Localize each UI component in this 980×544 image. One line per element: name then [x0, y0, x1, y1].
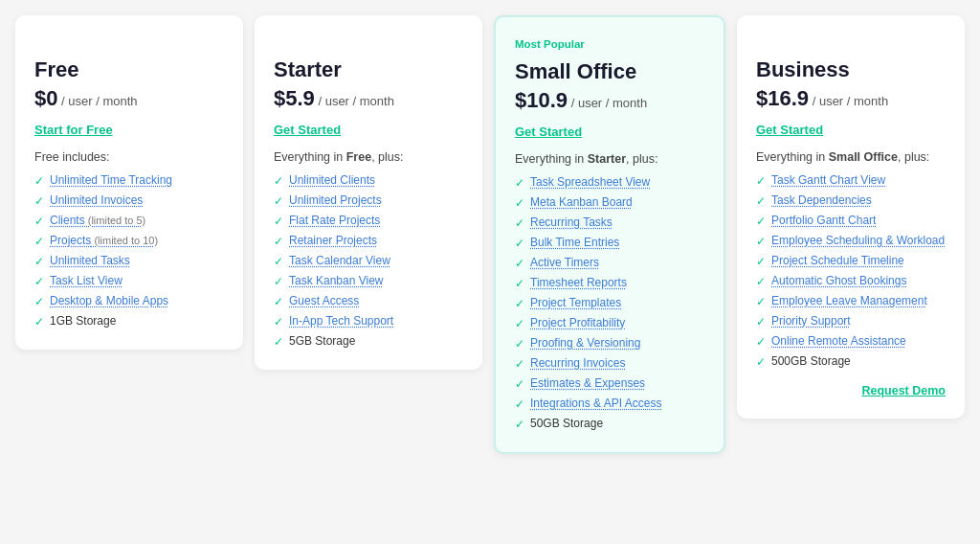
check-icon: ✓: [515, 337, 524, 351]
check-icon: ✓: [756, 295, 766, 308]
feature-text[interactable]: Recurring Tasks: [530, 215, 612, 229]
feature-text[interactable]: Task Dependencies: [771, 193, 872, 207]
check-icon: ✓: [756, 315, 766, 329]
price-amount-business: $16.9: [756, 86, 809, 110]
plan-name-small-office: Small Office: [515, 59, 704, 84]
check-icon: ✓: [756, 215, 766, 228]
feature-text[interactable]: Online Remote Assistance: [771, 334, 906, 348]
feature-text[interactable]: Unlimited Projects: [289, 193, 382, 207]
feature-text[interactable]: Projects (limited to 10): [50, 234, 158, 247]
check-icon: ✓: [34, 275, 44, 288]
includes-label-small-office: Everything in Starter, plus:: [515, 152, 704, 166]
price-unit-small-office: / user / month: [568, 96, 647, 110]
feature-item: ✓Unlimited Tasks: [34, 254, 224, 268]
feature-text[interactable]: Estimates & Expenses: [530, 376, 645, 390]
footer-link-business[interactable]: Request Demo: [756, 384, 946, 397]
badge-small-office: Most Popular: [515, 38, 704, 54]
feature-text: 1GB Storage: [50, 314, 116, 328]
feature-text: 50GB Storage: [530, 417, 603, 430]
feature-item: ✓Timesheet Reports: [515, 276, 704, 290]
feature-text[interactable]: Meta Kanban Board: [530, 195, 633, 209]
price-unit-free: / user / month: [57, 94, 137, 108]
feature-text[interactable]: Unlimited Clients: [289, 173, 375, 187]
feature-text[interactable]: Guest Access: [289, 294, 359, 307]
feature-item: ✓Clients (limited to 5): [34, 214, 224, 228]
feature-text: 5GB Storage: [289, 334, 355, 348]
check-icon: ✓: [274, 215, 283, 228]
feature-text[interactable]: Unlimited Time Tracking: [50, 173, 172, 187]
feature-item: ✓Unlimited Time Tracking: [34, 173, 224, 188]
feature-item: ✓Task Gantt Chart View: [756, 173, 946, 188]
check-icon: ✓: [756, 335, 766, 349]
check-icon: ✓: [274, 335, 283, 349]
check-icon: ✓: [274, 295, 283, 308]
feature-text[interactable]: Task List View: [50, 274, 122, 287]
feature-item: ✓Retainer Projects: [274, 234, 463, 248]
cta-starter[interactable]: Get Started: [274, 123, 341, 137]
feature-item: ✓Recurring Invoices: [515, 356, 704, 371]
feature-item: ✓Task Kanban View: [274, 274, 463, 288]
feature-item: ✓Integrations & API Access: [515, 397, 704, 411]
feature-item: ✓Employee Scheduling & Workload: [756, 234, 946, 248]
feature-text[interactable]: Bulk Time Entries: [530, 236, 619, 249]
badge-free: [34, 36, 224, 52]
feature-text[interactable]: Task Gantt Chart View: [771, 173, 885, 187]
plan-price-free: $0 / user / month: [34, 86, 224, 111]
feature-text[interactable]: Portfolio Gantt Chart: [771, 214, 876, 227]
feature-text[interactable]: Task Kanban View: [289, 274, 384, 287]
feature-text[interactable]: Task Spreadsheet View: [530, 175, 650, 189]
pricing-container: Free$0 / user / monthStart for FreeFree …: [15, 15, 965, 454]
badge-business: [756, 36, 946, 52]
feature-text[interactable]: Active Timers: [530, 256, 599, 269]
feature-item: ✓Task Dependencies: [756, 193, 946, 208]
feature-list-starter: ✓Unlimited Clients✓Unlimited Projects✓Fl…: [274, 173, 463, 349]
price-unit-business: / user / month: [809, 94, 888, 108]
feature-list-small-office: ✓Task Spreadsheet View✓Meta Kanban Board…: [515, 175, 704, 431]
feature-item: ✓Unlimited Projects: [274, 193, 463, 208]
feature-text[interactable]: Project Templates: [530, 296, 621, 309]
plan-name-free: Free: [34, 57, 224, 82]
feature-text[interactable]: Task Calendar View: [289, 254, 390, 267]
feature-text[interactable]: Project Schedule Timeline: [771, 254, 904, 267]
feature-text[interactable]: Proofing & Versioning: [530, 336, 640, 350]
feature-text[interactable]: Project Profitability: [530, 316, 625, 329]
cta-free[interactable]: Start for Free: [34, 123, 113, 137]
check-icon: ✓: [756, 194, 766, 208]
feature-text[interactable]: Unlimited Tasks: [50, 254, 130, 267]
feature-text[interactable]: Recurring Invoices: [530, 356, 625, 370]
feature-text[interactable]: Clients (limited to 5): [50, 214, 145, 227]
feature-item: ✓5GB Storage: [274, 334, 463, 349]
check-icon: ✓: [515, 317, 524, 330]
feature-text[interactable]: Employee Scheduling & Workload: [771, 234, 945, 247]
feature-item: ✓1GB Storage: [34, 314, 224, 329]
check-icon: ✓: [515, 176, 524, 190]
feature-text[interactable]: Retainer Projects: [289, 234, 377, 247]
check-icon: ✓: [756, 255, 766, 268]
check-icon: ✓: [274, 255, 283, 268]
feature-text[interactable]: Priority Support: [771, 314, 851, 328]
check-icon: ✓: [515, 418, 524, 431]
check-icon: ✓: [515, 357, 524, 371]
feature-text[interactable]: Employee Leave Management: [771, 294, 927, 307]
feature-item: ✓50GB Storage: [515, 417, 704, 431]
includes-label-business: Everything in Small Office, plus:: [756, 150, 946, 164]
cta-small-office[interactable]: Get Started: [515, 125, 582, 139]
plan-price-starter: $5.9 / user / month: [274, 86, 463, 111]
feature-text[interactable]: Flat Rate Projects: [289, 214, 380, 227]
plan-price-business: $16.9 / user / month: [756, 86, 946, 111]
feature-item: ✓Task List View: [34, 274, 224, 288]
feature-list-free: ✓Unlimited Time Tracking✓Unlimited Invoi…: [34, 173, 224, 329]
cta-business[interactable]: Get Started: [756, 123, 823, 137]
feature-text[interactable]: Integrations & API Access: [530, 397, 661, 410]
feature-text[interactable]: Automatic Ghost Bookings: [771, 274, 906, 287]
feature-text[interactable]: In-App Tech Support: [289, 314, 393, 328]
check-icon: ✓: [274, 235, 283, 248]
check-icon: ✓: [274, 174, 283, 188]
plan-card-business: Business$16.9 / user / monthGet StartedE…: [737, 15, 965, 419]
feature-text[interactable]: Timesheet Reports: [530, 276, 627, 289]
price-amount-free: $0: [34, 86, 57, 110]
feature-text[interactable]: Unlimited Invoices: [50, 193, 143, 207]
check-icon: ✓: [34, 255, 44, 268]
feature-text[interactable]: Desktop & Mobile Apps: [50, 294, 168, 307]
feature-item: ✓Meta Kanban Board: [515, 195, 704, 210]
